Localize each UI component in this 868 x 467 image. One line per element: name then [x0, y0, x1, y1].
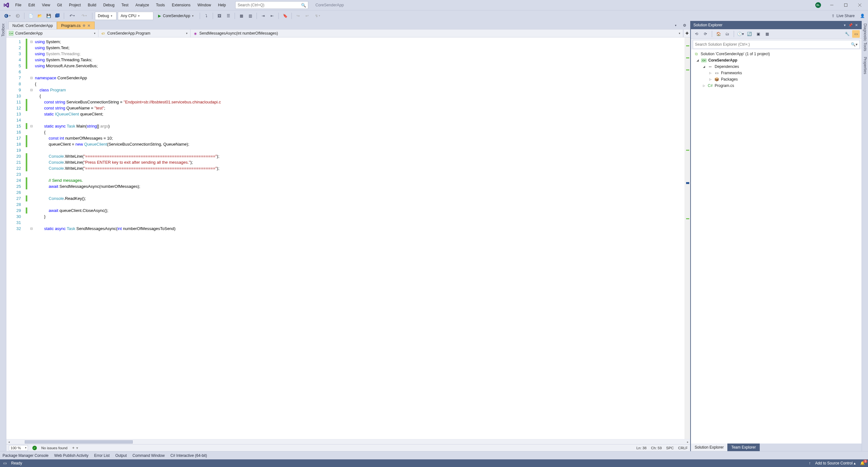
tool-a-button[interactable]: ↪	[294, 12, 302, 20]
quicklaunch-search[interactable]: 🔍	[235, 1, 308, 9]
dependencies-node[interactable]: ◢ ▫▫ Dependencies	[692, 63, 860, 70]
quicklaunch-input[interactable]	[238, 3, 301, 7]
zoom-combo[interactable]: 100 % ▾	[9, 445, 28, 451]
image-tool-button[interactable]: 🖼	[216, 12, 223, 20]
program-file-node[interactable]: ▷ C# Program.cs	[692, 82, 860, 89]
minimize-button[interactable]	[826, 1, 838, 9]
indent-button[interactable]: ⇥	[259, 12, 267, 20]
collapse-icon[interactable]: ◢	[702, 65, 706, 68]
bottom-tab[interactable]: Output	[115, 453, 127, 458]
code-content[interactable]: using System;using System.Text;using Sys…	[34, 37, 684, 439]
outdent-button[interactable]: ⇤	[268, 12, 276, 20]
se-sync-button[interactable]: 🔄	[745, 30, 753, 38]
source-control-button[interactable]: Add to Source Control ▴	[815, 461, 856, 465]
window-position-button[interactable]: ▾	[842, 23, 848, 27]
menu-build[interactable]: Build	[85, 1, 100, 9]
solution-platform-combo[interactable]: Any CPU ▾	[118, 12, 153, 20]
se-preview-button[interactable]: ▭	[852, 30, 860, 38]
start-debug-button[interactable]: ▶ CoreSenderApp ▾	[155, 12, 197, 20]
se-properties-button[interactable]: 🔧	[843, 30, 851, 38]
save-button[interactable]: 💾	[45, 12, 52, 20]
menu-edit[interactable]: Edit	[25, 1, 38, 9]
collapse-icon[interactable]: ◢	[695, 59, 700, 62]
toolbox-tab[interactable]: Toolbox	[1, 24, 5, 36]
pin-icon[interactable]: ⊕	[83, 24, 85, 28]
open-file-button[interactable]: 📂	[36, 12, 43, 20]
bookmark-button[interactable]: 🔖	[281, 12, 289, 20]
scroll-thumb[interactable]	[25, 440, 133, 443]
maximize-button[interactable]	[839, 1, 852, 9]
menu-analyze[interactable]: Analyze	[132, 1, 152, 9]
outlining-margin[interactable]: ⊟⊟⊟⊟⊟	[29, 37, 34, 439]
tool-c-button[interactable]: ↯▾	[312, 12, 323, 20]
notifications-button[interactable]: 🔔3	[860, 461, 865, 465]
active-files-dropdown[interactable]: ▾	[672, 22, 679, 29]
menu-test[interactable]: Test	[118, 1, 132, 9]
solution-explorer-search-input[interactable]	[695, 42, 851, 47]
tab-options-button[interactable]: ⚙	[681, 22, 688, 29]
menu-git[interactable]: Git	[54, 1, 65, 9]
output-pane-icon[interactable]: ▭	[3, 461, 7, 465]
solution-config-combo[interactable]: Debug ▾	[95, 12, 117, 20]
close-icon[interactable]: ✕	[87, 24, 91, 28]
se-pending-changes-button[interactable]: 🕓▾	[737, 30, 744, 38]
nav-forward-button[interactable]	[14, 12, 22, 20]
code-editor[interactable]: 1234567891011121314151617181920212223242…	[6, 37, 690, 439]
document-tab-program[interactable]: Program.cs ⊕ ✕	[57, 22, 94, 29]
menu-view[interactable]: View	[39, 1, 53, 9]
bottom-tab[interactable]: Error List	[94, 453, 110, 458]
publish-icon[interactable]: ↑	[809, 461, 811, 465]
split-editor-button[interactable]: ✚	[683, 30, 690, 37]
feedback-button[interactable]: 👤	[859, 12, 866, 20]
scroll-left-arrow[interactable]: ◂	[6, 440, 11, 443]
se-switch-view-button[interactable]: 🗂	[723, 30, 731, 38]
nav-scope-combo[interactable]: C# CoreSenderApp ▾	[6, 30, 98, 37]
menu-tools[interactable]: Tools	[153, 1, 168, 9]
redo-button[interactable]: ↷▾	[79, 12, 90, 20]
se-show-all-button[interactable]: ▦	[763, 30, 771, 38]
diagnostic-tools-tab[interactable]: Diagnostic Tools	[863, 24, 867, 51]
frameworks-node[interactable]: ▷ ▭ Frameworks	[692, 70, 860, 76]
scroll-track[interactable]	[684, 37, 690, 439]
uncomment-button[interactable]: ▥	[246, 12, 254, 20]
se-forward-button[interactable]: ⟳	[702, 30, 709, 38]
comment-button[interactable]: ▦	[238, 12, 245, 20]
close-panel-button[interactable]: ✕	[854, 23, 859, 27]
properties-tab[interactable]: Properties	[863, 57, 867, 74]
undo-button[interactable]: ↶▾	[67, 12, 78, 20]
solution-node[interactable]: ⧉ Solution 'CoreSenderApp' (1 of 1 proje…	[692, 51, 860, 57]
save-all-button[interactable]	[54, 12, 61, 20]
expand-icon[interactable]: ▷	[702, 84, 706, 87]
nav-back-button[interactable]: ▾	[2, 12, 13, 20]
tool-b-button[interactable]: ↩	[303, 12, 311, 20]
packages-node[interactable]: ▷ 📦 Packages	[692, 76, 860, 82]
close-button[interactable]	[854, 1, 866, 9]
autohide-button[interactable]: 📌	[848, 23, 854, 27]
nav-type-combo[interactable]: 🏷 CoreSenderApp.Program ▾	[98, 30, 190, 37]
editor-hscrollbar[interactable]: ◂ ▸	[6, 439, 690, 444]
menu-window[interactable]: Window	[194, 1, 214, 9]
expand-icon[interactable]: ▷	[708, 71, 712, 74]
se-back-button[interactable]: ⟲	[693, 30, 701, 38]
bottom-tab[interactable]: Command Window	[132, 453, 164, 458]
expand-icon[interactable]: ▷	[708, 78, 712, 81]
bottom-tab[interactable]: Web Publish Activity	[54, 453, 89, 458]
solution-explorer-search[interactable]: 🔍▾	[693, 40, 860, 49]
menu-project[interactable]: Project	[66, 1, 84, 9]
menu-extensions[interactable]: Extensions	[168, 1, 194, 9]
se-home-button[interactable]: 🏠	[715, 30, 722, 38]
new-project-button[interactable]: 📄	[27, 12, 35, 20]
project-node[interactable]: ◢ C# CoreSenderApp	[692, 57, 860, 63]
menu-debug[interactable]: Debug	[100, 1, 118, 9]
list-tool-button[interactable]: ☰	[224, 12, 232, 20]
bottom-tab[interactable]: C# Interactive (64-bit)	[170, 453, 207, 458]
account-avatar[interactable]: BL	[815, 2, 821, 8]
document-tab-nuget[interactable]: NuGet: CoreSenderApp	[8, 22, 57, 29]
nav-member-combo[interactable]: ◉ SendMessagesAsync(int numberOfMessages…	[190, 30, 683, 37]
tab-solution-explorer[interactable]: Solution Explorer	[691, 443, 727, 451]
menu-file[interactable]: File	[12, 1, 25, 9]
live-share-button[interactable]: ⇪ Live Share	[829, 14, 857, 18]
step-into-button[interactable]: ⤵	[203, 12, 210, 20]
tab-team-explorer[interactable]: Team Explorer	[727, 443, 760, 451]
scroll-right-arrow[interactable]: ▸	[685, 440, 690, 443]
